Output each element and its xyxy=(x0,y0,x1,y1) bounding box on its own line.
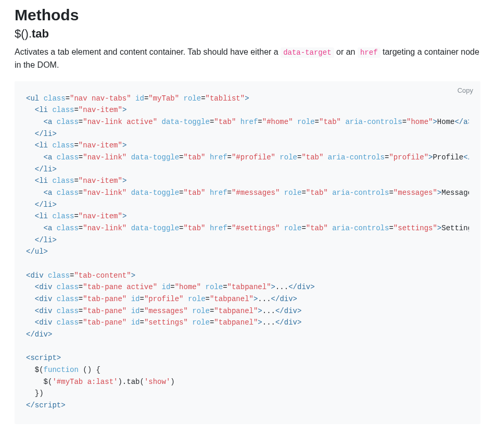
method-bold: tab xyxy=(32,27,49,40)
desc-code-href: href xyxy=(358,47,380,58)
code-example: Copy <ul class="nav nav-tabs" id="myTab"… xyxy=(15,81,480,424)
desc-text: or an xyxy=(334,47,358,56)
copy-button[interactable]: Copy xyxy=(458,86,473,94)
desc-text: Activates a tab element and content cont… xyxy=(15,47,281,56)
method-prefix: $(). xyxy=(15,27,32,40)
method-name: $().tab xyxy=(15,27,480,41)
code-content[interactable]: <ul class="nav nav-tabs" id="myTab" role… xyxy=(26,93,469,419)
method-description: Activates a tab element and content cont… xyxy=(15,46,480,72)
section-heading: Methods xyxy=(15,0,480,24)
desc-code-data-target: data-target xyxy=(281,47,334,58)
